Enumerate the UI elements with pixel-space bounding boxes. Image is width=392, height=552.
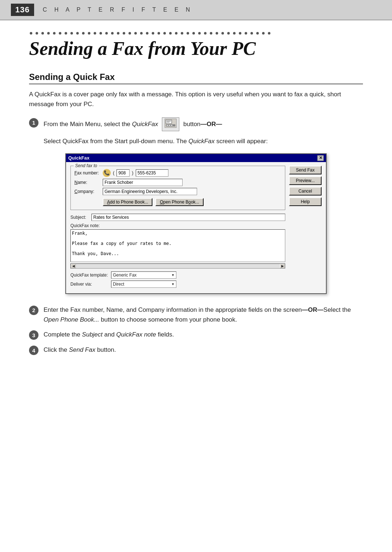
phone-book-buttons: Add to Phone Book... Open Phone Book... xyxy=(74,198,281,206)
step-4: 4 Click the Send Fax button. xyxy=(29,345,363,355)
subject-input[interactable] xyxy=(91,214,285,221)
template-arrow-icon: ▼ xyxy=(171,273,175,277)
template-label: QuickFax template: xyxy=(70,273,109,278)
help-button[interactable]: Help xyxy=(289,197,322,206)
dialog-main-area: Send fax to Fax number: 📞 ( ) xyxy=(70,166,285,290)
template-select[interactable]: Generic Fax ▼ xyxy=(111,271,176,279)
fax-number-row: Fax number: 📞 ( ) xyxy=(74,169,281,177)
step-4-number: 4 xyxy=(29,346,38,355)
template-value: Generic Fax xyxy=(113,273,136,278)
main-content: Sending a Fax from Your PC Sending a Qui… xyxy=(0,20,392,375)
fax-paren-open: ( xyxy=(113,170,114,176)
open-phone-book-underline2: o xyxy=(188,200,191,205)
step-2-content: Enter the Fax number, Name, and Company … xyxy=(44,305,363,325)
svg-rect-3 xyxy=(167,125,168,126)
deliver-value: Direct xyxy=(113,282,124,287)
section-description: A QuickFax is a cover page only fax with… xyxy=(29,89,363,109)
step-1-number: 1 xyxy=(29,118,38,128)
header-bar: 136 C H A P T E R F I F T E E N xyxy=(0,0,392,20)
section-heading: Sending a Quick Fax xyxy=(29,72,363,84)
company-label-underline: C xyxy=(74,189,78,194)
quickfax-italic: QuickFax xyxy=(132,120,158,127)
step-1-text: From the Main Menu, select the QuickFax xyxy=(44,117,222,131)
chapter-number: 136 xyxy=(11,4,34,16)
company-input[interactable] xyxy=(103,188,197,195)
scroll-track xyxy=(76,264,280,268)
quickfax-button-icon xyxy=(162,117,179,131)
step-3-content: Complete the Subject and QuickFax note f… xyxy=(44,330,174,339)
step-3-number: 3 xyxy=(29,330,38,340)
template-row: QuickFax template: Generic Fax ▼ xyxy=(70,271,285,279)
deliver-arrow-icon: ▼ xyxy=(171,282,175,286)
send-fax-button[interactable]: Send Fax xyxy=(289,166,322,174)
preview-button[interactable]: Preview... xyxy=(289,176,322,185)
svg-rect-4 xyxy=(169,125,170,126)
add-phone-book-underline: A xyxy=(107,200,110,205)
quickfax-dialog: QuickFax ✕ Send fax to Fax number: xyxy=(65,153,327,294)
fax-paren-close: ) xyxy=(132,170,133,176)
dialog-action-buttons: Send Fax Preview... Cancel Help xyxy=(289,166,322,290)
dialog-titlebar: QuickFax ✕ xyxy=(66,154,326,162)
scroll-right-button[interactable]: ▶ xyxy=(280,264,285,268)
name-label: Name: xyxy=(74,180,101,185)
note-label: QuickFax note: xyxy=(70,223,285,228)
send-fax-to-groupbox: Send fax to Fax number: 📞 ( ) xyxy=(70,166,285,210)
quickfax-italic-2: QuickFax xyxy=(188,138,215,145)
step-3: 3 Complete the Subject and QuickFax note… xyxy=(29,330,363,340)
company-label: Company: xyxy=(74,189,101,194)
page: 136 C H A P T E R F I F T E E N Sending … xyxy=(0,0,392,552)
fax-label-underline: F xyxy=(74,170,77,176)
deliver-select[interactable]: Direct ▼ xyxy=(111,281,176,288)
cancel-button[interactable]: Cancel xyxy=(289,187,322,196)
fax-number-label: Fax number: xyxy=(74,170,101,176)
step-1: 1 From the Main Menu, select the QuickFa… xyxy=(29,117,363,131)
deliver-label: Deliver via: xyxy=(70,282,109,287)
company-row: Company: xyxy=(74,188,281,195)
name-row: Name: xyxy=(74,179,281,186)
decorative-dots xyxy=(29,31,363,35)
name-label-underline: N xyxy=(74,180,78,185)
quickfax-icon-image xyxy=(162,117,179,131)
dialog-container: QuickFax ✕ Send fax to Fax number: xyxy=(65,153,327,294)
steps-below-dialog: 2 Enter the Fax number, Name, and Compan… xyxy=(29,305,363,355)
subject-row: Subject: xyxy=(70,214,285,221)
step-1-subtext: Select QuickFax from the Start pull-down… xyxy=(44,136,363,146)
open-phone-book-button[interactable]: Open Phone Book... xyxy=(155,198,203,206)
name-input[interactable] xyxy=(103,179,183,186)
dialog-title: QuickFax xyxy=(68,155,90,161)
svg-rect-5 xyxy=(171,125,172,126)
note-horizontal-scrollbar[interactable]: ◀ ▶ xyxy=(70,263,285,269)
fax-area-code-input[interactable] xyxy=(117,169,130,177)
svg-rect-1 xyxy=(166,120,172,124)
dialog-close-button[interactable]: ✕ xyxy=(317,155,324,161)
groupbox-label: Send fax to xyxy=(74,163,99,168)
open-phone-book-underline: O xyxy=(160,200,163,205)
bottom-selects: QuickFax template: Generic Fax ▼ Deliver… xyxy=(70,271,285,288)
scroll-left-button[interactable]: ◀ xyxy=(71,264,76,268)
note-textarea[interactable]: Frank, Please fax a copy of your rates t… xyxy=(70,229,285,262)
step-2-number: 2 xyxy=(29,306,38,315)
chapter-title: C H A P T E R F I F T E E N xyxy=(43,7,193,13)
deliver-row: Deliver via: Direct ▼ xyxy=(70,281,285,288)
phone-icon: 📞 xyxy=(103,169,111,177)
dialog-body: Send fax to Fax number: 📞 ( ) xyxy=(66,162,326,293)
add-phone-book-button[interactable]: Add to Phone Book... xyxy=(103,198,152,206)
main-title: Sending a Fax from Your PC xyxy=(29,38,363,59)
step-4-content: Click the Send Fax button. xyxy=(44,345,116,355)
subject-label: Subject: xyxy=(70,215,89,220)
fax-number-input[interactable] xyxy=(136,169,168,177)
note-textarea-container: Frank, Please fax a copy of your rates t… xyxy=(70,229,285,263)
step-2: 2 Enter the Fax number, Name, and Compan… xyxy=(29,305,363,325)
